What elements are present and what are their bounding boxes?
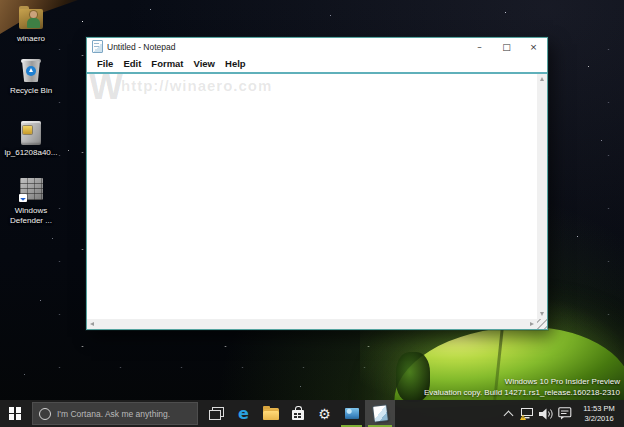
photos-app-icon [345,408,359,419]
user-folder-icon [17,6,45,32]
scroll-down-icon[interactable] [540,312,544,316]
volume-button[interactable] [538,400,554,427]
start-button[interactable] [0,400,30,427]
watermark-line2: Evaluation copy. Build 14271.rs1_release… [424,388,620,398]
winaero-watermark: Whttp://winaero.com [89,72,272,108]
desktop-icon-recycle-bin[interactable]: Recycle Bin [2,58,60,96]
watermark-w: W [89,72,121,107]
menu-help[interactable]: Help [220,58,251,69]
desktop-icon-windows-defender[interactable]: Windows Defender ... [2,178,60,225]
title-bar[interactable]: Untitled - Notepad – □ × [87,38,547,55]
watermark-url: http://winaero.com [121,77,272,94]
recycle-bin-icon [17,58,45,84]
horizontal-scrollbar[interactable] [87,319,537,329]
scroll-up-icon[interactable] [540,77,544,81]
task-view-icon [209,407,224,420]
edge-icon: e [238,406,249,422]
notepad-app-icon [92,40,103,53]
notepad-window: Untitled - Notepad – □ × File Edit Forma… [86,37,548,330]
network-status-button[interactable] [519,400,535,427]
action-center-button[interactable] [557,400,573,427]
desktop-icon-label: Windows Defender ... [2,206,60,225]
menu-edit[interactable]: Edit [118,58,146,69]
minimize-button[interactable]: – [466,38,493,55]
notepad-taskbar-button[interactable] [365,400,395,427]
evaluation-watermark: Windows 10 Pro Insider Preview Evaluatio… [424,377,620,398]
resize-grip[interactable] [537,319,547,329]
scroll-left-icon[interactable] [90,322,94,326]
watermark-line1: Windows 10 Pro Insider Preview [424,377,620,387]
defender-bricks-icon [17,178,45,204]
file-explorer-icon [263,408,279,420]
notepad-icon [373,405,388,421]
desktop-icon-label: lp_61208a40... [2,148,60,158]
desktop-icon-lp-file[interactable]: lp_61208a40... [2,120,60,158]
vertical-scrollbar[interactable] [537,74,547,319]
taskbar-clock[interactable]: 11:53 PM 3/2/2016 [576,404,622,424]
window-controls: – □ × [466,38,547,55]
gear-icon: ⚙ [318,407,331,421]
notepad-body: Whttp://winaero.com [87,72,547,329]
shortcut-arrow-icon [19,194,27,202]
action-center-icon [558,407,572,420]
store-button[interactable] [284,400,311,427]
close-button[interactable]: × [520,38,547,55]
notepad-text-area[interactable]: Whttp://winaero.com [87,74,537,319]
edge-button[interactable]: e [230,400,257,427]
menu-file[interactable]: File [92,58,118,69]
desktop-icon-label: winaero [2,34,60,44]
windows-logo-icon [9,407,22,420]
scroll-right-icon[interactable] [530,322,534,326]
desktop-icon-label: Recycle Bin [2,86,60,96]
clock-date: 3/2/2016 [576,414,622,424]
cortana-placeholder: I'm Cortana. Ask me anything. [57,409,170,419]
store-icon [292,410,304,420]
desktop-icon-winaero[interactable]: winaero [2,6,60,44]
clock-time: 11:53 PM [576,404,622,414]
taskbar: I'm Cortana. Ask me anything. e ⚙ [0,400,624,427]
speaker-icon [539,408,554,420]
menu-format[interactable]: Format [146,58,188,69]
photos-app-button[interactable] [338,400,365,427]
cortana-search-box[interactable]: I'm Cortana. Ask me anything. [32,402,198,425]
maximize-button[interactable]: □ [493,38,520,55]
system-tray [500,400,573,427]
window-title: Untitled - Notepad [107,42,176,52]
settings-button[interactable]: ⚙ [311,400,338,427]
menu-view[interactable]: View [189,58,220,69]
archive-file-icon [17,120,45,146]
chevron-up-icon [503,410,513,420]
network-icon [519,407,535,421]
menu-bar: File Edit Format View Help [87,55,547,72]
task-view-button[interactable] [203,400,230,427]
file-explorer-button[interactable] [257,400,284,427]
cortana-icon [39,408,51,420]
tray-chevron-button[interactable] [500,400,516,427]
